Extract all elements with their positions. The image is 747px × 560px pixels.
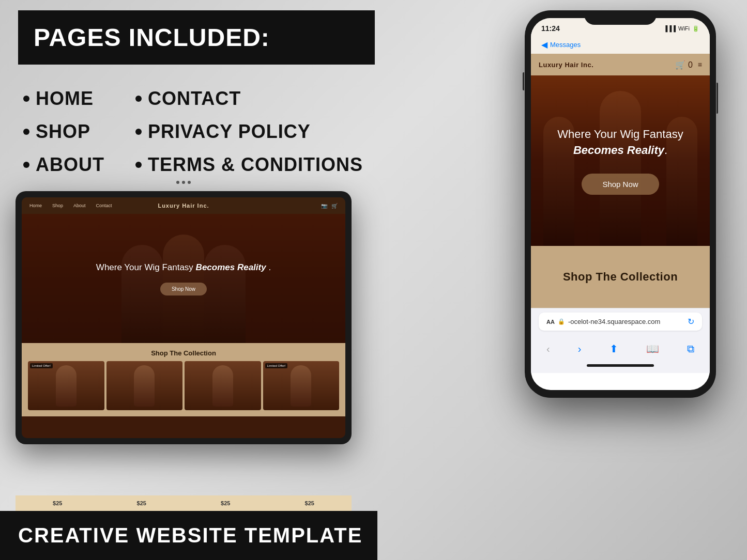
phone-browser-area: AA 🔒 -ocelot-ne34.squarespace.com ↻ [531,308,710,335]
bookmarks-button[interactable]: 📖 [641,340,664,357]
phone-side-btn-left [523,72,524,90]
page-label-about: ABOUT [36,154,104,176]
left-section: PAGES INCLUDED: HOME SHOP ABOUT CONTACT [0,0,377,560]
tablet-product-2 [106,361,183,410]
page-item-terms: TERMS & CONDITIONS [135,154,363,176]
product-figure-3 [185,361,261,410]
phone-notch [584,10,657,25]
url-text: -ocelot-ne34.squarespace.com [568,318,682,325]
url-aa: AA [546,319,555,325]
pages-list: HOME SHOP ABOUT CONTACT PRIVACY POLICY [23,88,377,176]
price-1: $25 [53,500,62,506]
phone-site-header: Luxury Hair Inc. 🛒 0 ≡ [531,54,710,75]
tablet-screen: Home Shop About Contact Luxury Hair Inc.… [22,197,345,438]
price-2: $25 [137,500,146,506]
phone-silhouette-2 [600,91,641,246]
signal-icon: ▐▐▐ [664,25,676,32]
cart-icon: 🛒 [331,203,338,209]
price-bar: $25 $25 $25 $25 [16,495,352,511]
page-item-contact: CONTACT [135,88,363,110]
bullet-home [23,96,29,102]
header-bar: PAGES INCLUDED: [18,10,375,65]
limited-badge-1: Limited Offer! [30,363,53,368]
bullet-privacy [135,129,142,135]
pages-col-2: CONTACT PRIVACY POLICY TERMS & CONDITION… [135,88,363,176]
tablet-brand: Luxury Hair Inc. [158,203,209,209]
tablet-nav-home: Home [29,203,42,208]
tabs-button[interactable]: ⧉ [682,340,699,357]
bullet-shop [23,129,29,135]
tablet-product-4: Limited Offer! [263,361,340,410]
refresh-icon[interactable]: ↻ [688,317,694,326]
tablet-products: Limited Offer! Limited Offer! [28,361,339,410]
tablet-icons: 📷 🛒 [321,203,338,209]
home-bar [587,364,654,367]
tablet-nav-about: About [73,203,86,208]
phone-brand: Luxury Hair Inc. [539,61,593,69]
tablet-hero-text: Where Your Wig Fantasy Becomes Reality .… [96,261,271,296]
bullet-terms [135,162,142,168]
battery-icon: 🔋 [692,25,699,32]
tablet-product-1: Limited Offer! [28,361,104,410]
phone-back-area: ◀ Messages [531,39,710,54]
bottom-bar: CREATIVE WEBSITE TEMPLATE [0,511,377,560]
page-label-home: HOME [36,88,94,110]
tablet-frame: Home Shop About Contact Luxury Hair Inc.… [16,191,352,444]
tablet-mockup: Home Shop About Contact Luxury Hair Inc.… [16,191,352,449]
wifi-icon: WiFi [678,25,690,32]
tablet-nav-shop: Shop [52,203,63,208]
tablet-navbar: Home Shop About Contact Luxury Hair Inc.… [22,197,345,214]
tablet-collection-title: Shop The Collection [28,349,339,357]
product-figure-1 [28,361,104,410]
url-lock-icon: 🔒 [558,318,565,325]
phone-collection-title: Shop The Collection [563,270,678,284]
phone-screen: 11:24 ▐▐▐ WiFi 🔋 ◀ Messages Luxury Hair … [531,18,710,390]
phone-hero-line: Where Your Wig Fantasy Becomes Reality. [557,127,683,159]
phone-status-icons: ▐▐▐ WiFi 🔋 [664,25,699,32]
forward-button[interactable]: › [573,340,587,357]
phone-time: 11:24 [541,24,560,33]
limited-badge-4: Limited Offer! [265,363,288,368]
page-item-home: HOME [23,88,104,110]
tablet-hero-line1: Where Your Wig Fantasy Becomes Reality . [96,261,271,274]
product-figure-4 [263,361,340,410]
page-label-privacy: PRIVACY POLICY [148,121,311,143]
phone-hero-text: Where Your Wig Fantasy Becomes Reality. [547,127,693,159]
url-text-group: AA 🔒 -ocelot-ne34.squarespace.com [546,318,682,325]
bullet-contact [135,96,142,102]
pages-included-title: PAGES INCLUDED: [34,23,270,52]
tablet-collection: Shop The Collection Limited Offer! [22,343,345,416]
page-item-privacy: PRIVACY POLICY [135,121,363,143]
phone-menu-icon: ≡ [698,60,702,69]
share-button[interactable]: ⬆ [604,340,623,357]
back-arrow: ◀ [541,40,547,50]
creative-template-text: CREATIVE WEBSITE TEMPLATE [18,524,362,547]
back-text: Messages [550,41,581,49]
tablet-dots [176,181,191,184]
right-section: 11:24 ▐▐▐ WiFi 🔋 ◀ Messages Luxury Hair … [525,10,721,398]
phone-frame: 11:24 ▐▐▐ WiFi 🔋 ◀ Messages Luxury Hair … [525,10,716,398]
page-item-shop: SHOP [23,121,104,143]
phone-header-icons: 🛒 0 ≡ [675,60,702,70]
pages-col-1: HOME SHOP ABOUT [23,88,104,176]
product-figure-2 [106,361,183,410]
price-4: $25 [305,500,314,506]
page-label-shop: SHOP [36,121,90,143]
tablet-hero: Where Your Wig Fantasy Becomes Reality .… [22,214,345,343]
phone-home-indicator [531,360,710,373]
phone-hero-bg [531,75,710,246]
tablet-nav-contact: Contact [96,203,112,208]
phone-shop-button[interactable]: Shop Now [582,174,659,195]
phone-hero: Where Your Wig Fantasy Becomes Reality. … [531,75,710,246]
page-label-contact: CONTACT [148,88,241,110]
phone-cart-icon: 🛒 0 [675,60,692,70]
back-button[interactable]: ‹ [541,340,555,357]
bullet-about [23,162,29,168]
phone-url-bar: AA 🔒 -ocelot-ne34.squarespace.com ↻ [539,313,702,331]
price-3: $25 [221,500,230,506]
tablet-product-3 [185,361,261,410]
phone-bottom-nav: ‹ › ⬆ 📖 ⧉ [531,335,710,360]
page-label-terms: TERMS & CONDITIONS [148,154,363,176]
page-item-about: ABOUT [23,154,104,176]
tablet-shop-button[interactable]: Shop Now [160,283,207,295]
